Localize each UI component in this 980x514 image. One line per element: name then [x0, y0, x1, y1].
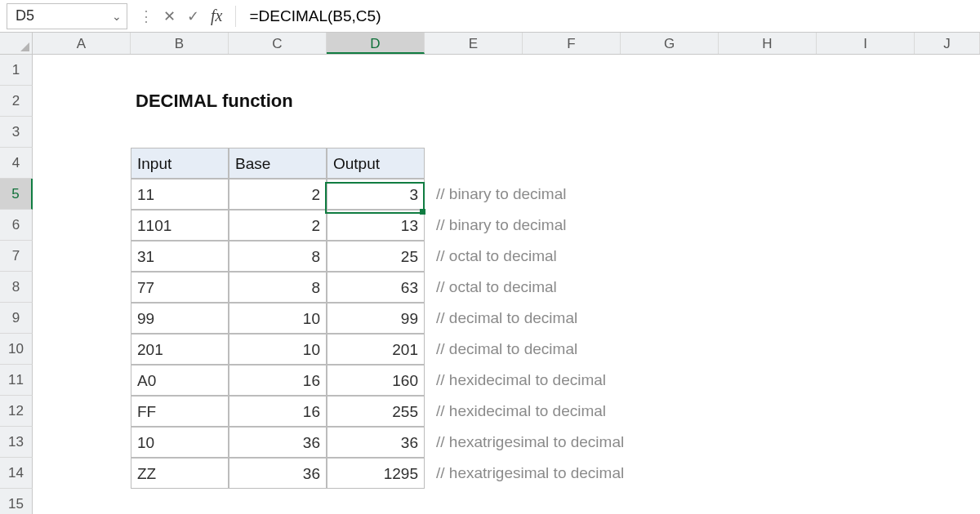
cell-C9[interactable]: 10 [229, 303, 327, 334]
cell-E7[interactable]: // octal to decimal [425, 241, 523, 272]
cell-C1[interactable] [229, 55, 327, 86]
cell-D10[interactable]: 201 [327, 334, 425, 365]
cell-J11[interactable] [915, 365, 980, 396]
cell-C8[interactable]: 8 [229, 272, 327, 303]
cell-J5[interactable] [915, 179, 980, 210]
cell-B10[interactable]: 201 [131, 334, 229, 365]
cell-E2[interactable] [425, 86, 523, 117]
cell-F3[interactable] [523, 117, 621, 148]
row-header-2[interactable]: 2 [0, 86, 33, 117]
cell-A13[interactable] [33, 427, 131, 458]
cell-J3[interactable] [915, 117, 980, 148]
column-header-I[interactable]: I [817, 33, 915, 54]
cell-H3[interactable] [719, 117, 817, 148]
cell-H4[interactable] [719, 148, 817, 179]
cell-C6[interactable]: 2 [229, 210, 327, 241]
cell-F7[interactable] [523, 241, 621, 272]
cell-I7[interactable] [817, 241, 915, 272]
cell-G7[interactable] [621, 241, 719, 272]
cell-J2[interactable] [915, 86, 980, 117]
cell-B15[interactable] [131, 489, 229, 514]
cancel-icon[interactable]: ✕ [163, 7, 176, 25]
column-header-J[interactable]: J [915, 33, 980, 54]
cell-E1[interactable] [425, 55, 523, 86]
column-header-G[interactable]: G [621, 33, 719, 54]
cell-E6[interactable]: // binary to decimal [425, 210, 523, 241]
cell-H11[interactable] [719, 365, 817, 396]
cell-I9[interactable] [817, 303, 915, 334]
cell-H9[interactable] [719, 303, 817, 334]
cell-I3[interactable] [817, 117, 915, 148]
column-header-E[interactable]: E [425, 33, 523, 54]
cell-H2[interactable] [719, 86, 817, 117]
cell-I11[interactable] [817, 365, 915, 396]
cell-B7[interactable]: 31 [131, 241, 229, 272]
cell-D3[interactable] [327, 117, 425, 148]
row-header-5[interactable]: 5 [0, 179, 33, 210]
cell-E9[interactable]: // decimal to decimal [425, 303, 523, 334]
cell-J9[interactable] [915, 303, 980, 334]
cell-B13[interactable]: 10 [131, 427, 229, 458]
cell-I10[interactable] [817, 334, 915, 365]
cell-G1[interactable] [621, 55, 719, 86]
cell-D9[interactable]: 99 [327, 303, 425, 334]
cell-C2[interactable] [229, 86, 327, 117]
cell-F15[interactable] [523, 489, 621, 514]
row-header-1[interactable]: 1 [0, 55, 33, 86]
cell-G8[interactable] [621, 272, 719, 303]
select-all-triangle[interactable] [0, 33, 33, 55]
cell-H14[interactable] [719, 458, 817, 489]
cell-E11[interactable]: // hexidecimal to decimal [425, 365, 523, 396]
cell-D13[interactable]: 36 [327, 427, 425, 458]
column-header-F[interactable]: F [523, 33, 621, 54]
cell-F1[interactable] [523, 55, 621, 86]
enter-icon[interactable]: ✓ [187, 7, 199, 25]
cell-I12[interactable] [817, 396, 915, 427]
chevron-down-icon[interactable]: ⌄ [112, 10, 122, 23]
column-header-B[interactable]: B [131, 33, 229, 54]
cell-I5[interactable] [817, 179, 915, 210]
cell-D14[interactable]: 1295 [327, 458, 425, 489]
cell-D6[interactable]: 13 [327, 210, 425, 241]
cell-D8[interactable]: 63 [327, 272, 425, 303]
cell-F14[interactable] [523, 458, 621, 489]
cell-G5[interactable] [621, 179, 719, 210]
cell-C3[interactable] [229, 117, 327, 148]
cell-C14[interactable]: 36 [229, 458, 327, 489]
cell-H15[interactable] [719, 489, 817, 514]
cell-F9[interactable] [523, 303, 621, 334]
cell-C11[interactable]: 16 [229, 365, 327, 396]
cell-H7[interactable] [719, 241, 817, 272]
cell-A2[interactable] [33, 86, 131, 117]
cell-E8[interactable]: // octal to decimal [425, 272, 523, 303]
cell-C5[interactable]: 2 [229, 179, 327, 210]
cell-B12[interactable]: FF [131, 396, 229, 427]
cell-E15[interactable] [425, 489, 523, 514]
cell-D5[interactable]: 3 [327, 179, 425, 210]
cell-D2[interactable] [327, 86, 425, 117]
cell-G6[interactable] [621, 210, 719, 241]
cell-E12[interactable]: // hexidecimal to decimal [425, 396, 523, 427]
cell-E13[interactable]: // hexatrigesimal to decimal [425, 427, 523, 458]
cell-A15[interactable] [33, 489, 131, 514]
cell-H1[interactable] [719, 55, 817, 86]
cell-H8[interactable] [719, 272, 817, 303]
cell-A9[interactable] [33, 303, 131, 334]
cell-I2[interactable] [817, 86, 915, 117]
cell-I6[interactable] [817, 210, 915, 241]
row-header-10[interactable]: 10 [0, 334, 33, 365]
cell-J7[interactable] [915, 241, 980, 272]
cell-H12[interactable] [719, 396, 817, 427]
cell-A8[interactable] [33, 272, 131, 303]
cell-A12[interactable] [33, 396, 131, 427]
cell-B5[interactable]: 11 [131, 179, 229, 210]
cell-B6[interactable]: 1101 [131, 210, 229, 241]
cell-B11[interactable]: A0 [131, 365, 229, 396]
cell-F10[interactable] [523, 334, 621, 365]
cell-A4[interactable] [33, 148, 131, 179]
cell-J13[interactable] [915, 427, 980, 458]
row-header-7[interactable]: 7 [0, 241, 33, 272]
row-header-4[interactable]: 4 [0, 148, 33, 179]
cell-I15[interactable] [817, 489, 915, 514]
cell-I4[interactable] [817, 148, 915, 179]
